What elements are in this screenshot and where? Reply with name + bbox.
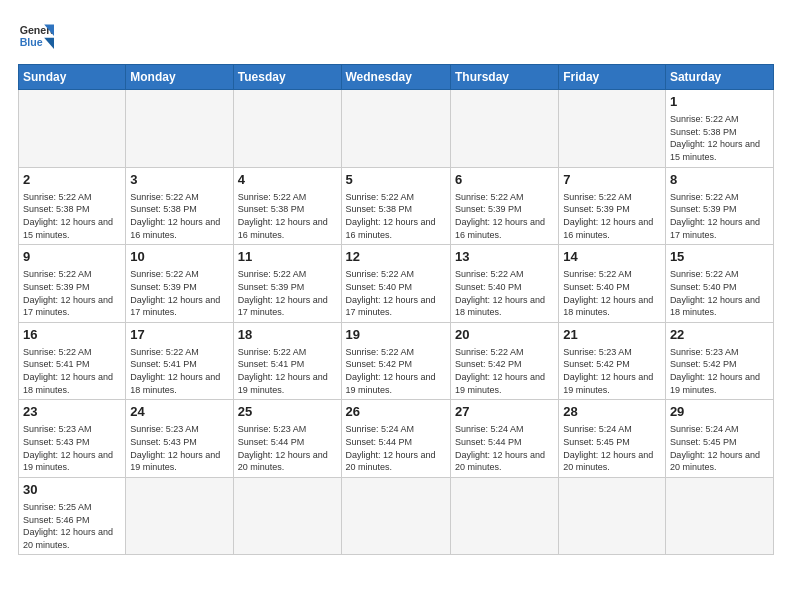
calendar-cell: 3Sunrise: 5:22 AM Sunset: 5:38 PM Daylig… — [126, 167, 233, 245]
header: General Blue — [18, 18, 774, 54]
day-info: Sunrise: 5:24 AM Sunset: 5:44 PM Dayligh… — [346, 423, 446, 473]
page: General Blue Sunday Monday Tuesday Wedne… — [0, 0, 792, 612]
calendar: Sunday Monday Tuesday Wednesday Thursday… — [18, 64, 774, 555]
calendar-cell: 12Sunrise: 5:22 AM Sunset: 5:40 PM Dayli… — [341, 245, 450, 323]
calendar-cell: 7Sunrise: 5:22 AM Sunset: 5:39 PM Daylig… — [559, 167, 666, 245]
calendar-header-row: Sunday Monday Tuesday Wednesday Thursday… — [19, 65, 774, 90]
day-number: 8 — [670, 171, 769, 189]
day-info: Sunrise: 5:23 AM Sunset: 5:42 PM Dayligh… — [670, 346, 769, 396]
logo: General Blue — [18, 18, 54, 54]
day-info: Sunrise: 5:22 AM Sunset: 5:42 PM Dayligh… — [346, 346, 446, 396]
calendar-cell: 4Sunrise: 5:22 AM Sunset: 5:38 PM Daylig… — [233, 167, 341, 245]
day-info: Sunrise: 5:22 AM Sunset: 5:42 PM Dayligh… — [455, 346, 554, 396]
calendar-cell — [341, 477, 450, 555]
day-number: 2 — [23, 171, 121, 189]
day-info: Sunrise: 5:24 AM Sunset: 5:45 PM Dayligh… — [563, 423, 661, 473]
logo-icon: General Blue — [18, 18, 54, 54]
day-number: 18 — [238, 326, 337, 344]
day-number: 19 — [346, 326, 446, 344]
day-number: 22 — [670, 326, 769, 344]
day-info: Sunrise: 5:22 AM Sunset: 5:41 PM Dayligh… — [238, 346, 337, 396]
calendar-cell — [450, 90, 558, 168]
day-info: Sunrise: 5:22 AM Sunset: 5:39 PM Dayligh… — [455, 191, 554, 241]
calendar-cell: 18Sunrise: 5:22 AM Sunset: 5:41 PM Dayli… — [233, 322, 341, 400]
day-info: Sunrise: 5:23 AM Sunset: 5:44 PM Dayligh… — [238, 423, 337, 473]
calendar-cell — [126, 477, 233, 555]
calendar-cell: 23Sunrise: 5:23 AM Sunset: 5:43 PM Dayli… — [19, 400, 126, 478]
day-number: 11 — [238, 248, 337, 266]
calendar-cell — [559, 90, 666, 168]
day-number: 13 — [455, 248, 554, 266]
col-friday: Friday — [559, 65, 666, 90]
day-number: 26 — [346, 403, 446, 421]
day-info: Sunrise: 5:22 AM Sunset: 5:40 PM Dayligh… — [670, 268, 769, 318]
day-info: Sunrise: 5:22 AM Sunset: 5:38 PM Dayligh… — [23, 191, 121, 241]
day-number: 9 — [23, 248, 121, 266]
day-number: 1 — [670, 93, 769, 111]
day-info: Sunrise: 5:22 AM Sunset: 5:41 PM Dayligh… — [23, 346, 121, 396]
day-number: 15 — [670, 248, 769, 266]
calendar-cell: 28Sunrise: 5:24 AM Sunset: 5:45 PM Dayli… — [559, 400, 666, 478]
calendar-cell: 22Sunrise: 5:23 AM Sunset: 5:42 PM Dayli… — [665, 322, 773, 400]
calendar-cell: 24Sunrise: 5:23 AM Sunset: 5:43 PM Dayli… — [126, 400, 233, 478]
day-info: Sunrise: 5:22 AM Sunset: 5:40 PM Dayligh… — [346, 268, 446, 318]
day-info: Sunrise: 5:23 AM Sunset: 5:42 PM Dayligh… — [563, 346, 661, 396]
day-number: 29 — [670, 403, 769, 421]
calendar-cell — [126, 90, 233, 168]
calendar-cell: 20Sunrise: 5:22 AM Sunset: 5:42 PM Dayli… — [450, 322, 558, 400]
col-thursday: Thursday — [450, 65, 558, 90]
calendar-cell — [665, 477, 773, 555]
day-number: 10 — [130, 248, 228, 266]
calendar-cell: 21Sunrise: 5:23 AM Sunset: 5:42 PM Dayli… — [559, 322, 666, 400]
col-saturday: Saturday — [665, 65, 773, 90]
calendar-cell: 17Sunrise: 5:22 AM Sunset: 5:41 PM Dayli… — [126, 322, 233, 400]
day-info: Sunrise: 5:22 AM Sunset: 5:39 PM Dayligh… — [23, 268, 121, 318]
col-tuesday: Tuesday — [233, 65, 341, 90]
day-number: 7 — [563, 171, 661, 189]
day-info: Sunrise: 5:23 AM Sunset: 5:43 PM Dayligh… — [23, 423, 121, 473]
svg-marker-3 — [44, 38, 54, 49]
day-number: 17 — [130, 326, 228, 344]
calendar-cell: 19Sunrise: 5:22 AM Sunset: 5:42 PM Dayli… — [341, 322, 450, 400]
calendar-cell: 11Sunrise: 5:22 AM Sunset: 5:39 PM Dayli… — [233, 245, 341, 323]
calendar-cell: 8Sunrise: 5:22 AM Sunset: 5:39 PM Daylig… — [665, 167, 773, 245]
calendar-cell: 29Sunrise: 5:24 AM Sunset: 5:45 PM Dayli… — [665, 400, 773, 478]
calendar-cell — [559, 477, 666, 555]
calendar-cell — [19, 90, 126, 168]
day-number: 25 — [238, 403, 337, 421]
calendar-cell: 30Sunrise: 5:25 AM Sunset: 5:46 PM Dayli… — [19, 477, 126, 555]
day-info: Sunrise: 5:22 AM Sunset: 5:39 PM Dayligh… — [563, 191, 661, 241]
calendar-cell: 13Sunrise: 5:22 AM Sunset: 5:40 PM Dayli… — [450, 245, 558, 323]
calendar-cell: 6Sunrise: 5:22 AM Sunset: 5:39 PM Daylig… — [450, 167, 558, 245]
calendar-cell: 5Sunrise: 5:22 AM Sunset: 5:38 PM Daylig… — [341, 167, 450, 245]
day-number: 20 — [455, 326, 554, 344]
day-number: 28 — [563, 403, 661, 421]
day-number: 6 — [455, 171, 554, 189]
calendar-cell: 25Sunrise: 5:23 AM Sunset: 5:44 PM Dayli… — [233, 400, 341, 478]
day-number: 21 — [563, 326, 661, 344]
col-wednesday: Wednesday — [341, 65, 450, 90]
day-number: 14 — [563, 248, 661, 266]
calendar-cell — [233, 477, 341, 555]
day-number: 4 — [238, 171, 337, 189]
day-info: Sunrise: 5:22 AM Sunset: 5:38 PM Dayligh… — [238, 191, 337, 241]
calendar-cell: 1Sunrise: 5:22 AM Sunset: 5:38 PM Daylig… — [665, 90, 773, 168]
day-number: 23 — [23, 403, 121, 421]
day-info: Sunrise: 5:24 AM Sunset: 5:45 PM Dayligh… — [670, 423, 769, 473]
day-info: Sunrise: 5:22 AM Sunset: 5:41 PM Dayligh… — [130, 346, 228, 396]
day-number: 12 — [346, 248, 446, 266]
day-info: Sunrise: 5:23 AM Sunset: 5:43 PM Dayligh… — [130, 423, 228, 473]
day-number: 24 — [130, 403, 228, 421]
day-number: 16 — [23, 326, 121, 344]
day-info: Sunrise: 5:22 AM Sunset: 5:38 PM Dayligh… — [346, 191, 446, 241]
calendar-cell: 26Sunrise: 5:24 AM Sunset: 5:44 PM Dayli… — [341, 400, 450, 478]
calendar-cell: 15Sunrise: 5:22 AM Sunset: 5:40 PM Dayli… — [665, 245, 773, 323]
calendar-cell — [450, 477, 558, 555]
calendar-cell: 16Sunrise: 5:22 AM Sunset: 5:41 PM Dayli… — [19, 322, 126, 400]
calendar-cell: 9Sunrise: 5:22 AM Sunset: 5:39 PM Daylig… — [19, 245, 126, 323]
calendar-cell: 2Sunrise: 5:22 AM Sunset: 5:38 PM Daylig… — [19, 167, 126, 245]
svg-text:Blue: Blue — [20, 36, 43, 48]
day-info: Sunrise: 5:24 AM Sunset: 5:44 PM Dayligh… — [455, 423, 554, 473]
day-number: 30 — [23, 481, 121, 499]
day-info: Sunrise: 5:22 AM Sunset: 5:39 PM Dayligh… — [130, 268, 228, 318]
